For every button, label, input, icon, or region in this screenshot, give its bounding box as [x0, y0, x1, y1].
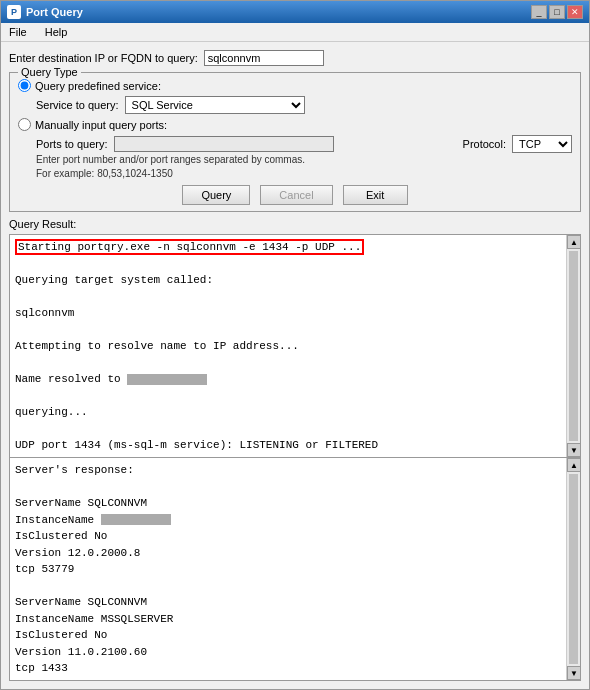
pane1-scroll-thumb[interactable]: [569, 251, 578, 441]
query-type-group: Query Type Query predefined service: Ser…: [9, 72, 581, 212]
service-label: Service to query:: [36, 99, 119, 111]
pane1-blank7: [15, 454, 561, 458]
pane1-blank3: [15, 322, 561, 339]
masked-ip: [127, 374, 207, 385]
dest-input[interactable]: [204, 50, 324, 66]
file-menu[interactable]: File: [5, 25, 31, 39]
radio-predefined[interactable]: [18, 79, 31, 92]
pane2-line-srv1: ServerName SQLCONNVM: [15, 495, 561, 512]
pane2-line-srv2: ServerName SQLCONNVM: [15, 594, 561, 611]
result-panes: Starting portqry.exe -n sqlconnvm -e 143…: [9, 234, 581, 681]
radio-predefined-label: Query predefined service:: [35, 80, 161, 92]
pane2-blank1: [15, 479, 561, 496]
pane1-line5: querying...: [15, 404, 561, 421]
pane1-blank5: [15, 388, 561, 405]
highlight-command: Starting portqry.exe -n sqlconnvm -e 143…: [15, 239, 364, 255]
pane1-blank6: [15, 421, 561, 438]
dest-label: Enter destination IP or FQDN to query:: [9, 52, 198, 64]
pane1-content[interactable]: Starting portqry.exe -n sqlconnvm -e 143…: [10, 235, 566, 457]
maximize-button[interactable]: □: [549, 5, 565, 19]
help-menu[interactable]: Help: [41, 25, 72, 39]
close-button[interactable]: ✕: [567, 5, 583, 19]
minimize-button[interactable]: _: [531, 5, 547, 19]
pane2-scroll-up[interactable]: ▲: [567, 458, 581, 472]
pane2-line-ver2: Version 11.0.2100.60: [15, 644, 561, 661]
radio-manual-label: Manually input query ports:: [35, 119, 167, 131]
hint-line2: For example: 80,53,1024-1350: [36, 168, 173, 179]
pane2-line-inst2: InstanceName MSSQLSERVER: [15, 611, 561, 628]
pane2-scrollbar[interactable]: ▲ ▼: [566, 458, 580, 680]
hint-text: Enter port number and/or port ranges sep…: [36, 153, 572, 181]
result-pane2: Server's response: ServerName SQLCONNVM …: [9, 458, 581, 681]
window-title: Port Query: [26, 6, 83, 18]
query-button[interactable]: Query: [182, 185, 250, 205]
hint-line1: Enter port number and/or port ranges sep…: [36, 154, 305, 165]
pane2-line-tcp1: tcp 53779: [15, 561, 561, 578]
protocol-label: Protocol:: [463, 138, 506, 150]
ports-input[interactable]: [114, 136, 334, 152]
query-type-legend: Query Type: [18, 66, 81, 78]
destination-row: Enter destination IP or FQDN to query:: [9, 50, 581, 66]
exit-button[interactable]: Exit: [343, 185, 408, 205]
app-icon: P: [7, 5, 21, 19]
pane2-line-ver1: Version 12.0.2000.8: [15, 545, 561, 562]
pane2-line-inst1: InstanceName: [15, 512, 561, 529]
title-bar: P Port Query _ □ ✕: [1, 1, 589, 23]
result-label: Query Result:: [9, 218, 581, 230]
service-row: Service to query: SQL Service: [36, 96, 572, 114]
pane1-blank1: [15, 256, 561, 273]
pane1-line2: sqlconnvm: [15, 305, 561, 322]
pane2-line-server-response: Server's response:: [15, 462, 561, 479]
pane2-line-tcp2: tcp 1433: [15, 660, 561, 677]
pane1-scrollbar[interactable]: ▲ ▼: [566, 235, 580, 457]
service-select[interactable]: SQL Service: [125, 96, 305, 114]
pane2-line-clust1: IsClustered No: [15, 528, 561, 545]
pane1-blank2: [15, 289, 561, 306]
result-pane1: Starting portqry.exe -n sqlconnvm -e 143…: [9, 234, 581, 458]
pane1-line-highlight: Starting portqry.exe -n sqlconnvm -e 143…: [15, 239, 561, 256]
pane1-scroll-up[interactable]: ▲: [567, 235, 581, 249]
title-controls: _ □ ✕: [531, 5, 583, 19]
pane2-line-clust2: IsClustered No: [15, 627, 561, 644]
pane2-blank2: [15, 578, 561, 595]
ports-label: Ports to query:: [36, 138, 108, 150]
cancel-button[interactable]: Cancel: [260, 185, 332, 205]
pane2-blank3: [15, 677, 561, 681]
pane1-line1: Querying target system called:: [15, 272, 561, 289]
pane1-scroll-down[interactable]: ▼: [567, 443, 581, 457]
radio-predefined-row: Query predefined service:: [18, 79, 572, 92]
pane2-scroll-thumb[interactable]: [569, 474, 578, 664]
pane1-blank4: [15, 355, 561, 372]
main-window: P Port Query _ □ ✕ File Help Enter desti…: [0, 0, 590, 690]
main-content: Enter destination IP or FQDN to query: Q…: [1, 42, 589, 689]
pane1-line4: Name resolved to: [15, 371, 561, 388]
ports-row: Ports to query: Protocol: TCP UDP: [18, 135, 572, 153]
radio-manual[interactable]: [18, 118, 31, 131]
radio-manual-row: Manually input query ports:: [18, 118, 572, 131]
masked-instance1: [101, 514, 171, 525]
pane1-line3: Attempting to resolve name to IP address…: [15, 338, 561, 355]
title-bar-left: P Port Query: [7, 5, 83, 19]
protocol-select[interactable]: TCP UDP: [512, 135, 572, 153]
pane1-line6: UDP port 1434 (ms-sql-m service): LISTEN…: [15, 437, 561, 454]
menu-bar: File Help: [1, 23, 589, 42]
result-section: Query Result: Starting portqry.exe -n sq…: [9, 218, 581, 681]
pane2-content[interactable]: Server's response: ServerName SQLCONNVM …: [10, 458, 566, 680]
button-row: Query Cancel Exit: [18, 185, 572, 205]
pane2-scroll-down[interactable]: ▼: [567, 666, 581, 680]
